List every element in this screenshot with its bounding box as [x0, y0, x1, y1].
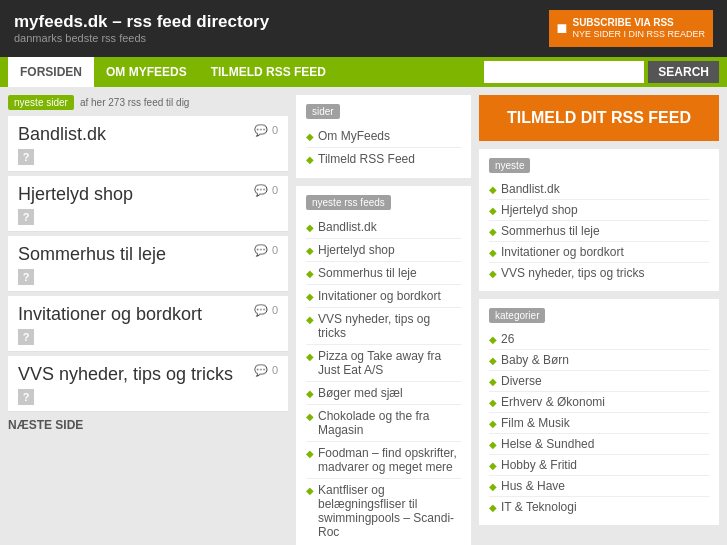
list-item[interactable]: ◆Helse & Sundhed [489, 434, 709, 455]
header: myfeeds.dk – rss feed directory danmarks… [0, 0, 727, 57]
header-left: myfeeds.dk – rss feed directory danmarks… [14, 12, 269, 44]
list-item[interactable]: ◆ Om MyFeeds [306, 125, 461, 148]
header-right: ■ SUBSCRIBE VIA RSS nye sider i din rss … [549, 10, 713, 47]
list-item[interactable]: ◆Hjertelyd shop [489, 200, 709, 221]
pages-badge: sider [306, 104, 340, 119]
left-column: nyeste sider af her 273 rss feed til dig… [8, 95, 288, 545]
diamond-icon: ◆ [489, 439, 497, 450]
list-item[interactable]: ◆Baby & Børn [489, 350, 709, 371]
pages-list: ◆ Om MyFeeds ◆ Tilmeld RSS Feed [306, 125, 461, 170]
feed-meta: 💬 0 [254, 184, 278, 197]
kategorier-section: kategorier ◆26 ◆Baby & Børn ◆Diverse ◆Er… [479, 299, 719, 525]
list-item[interactable]: ◆Hus & Have [489, 476, 709, 497]
newest-badge: nyeste sider [8, 95, 74, 110]
comment-icon: 💬 [254, 364, 268, 377]
list-item[interactable]: ◆Foodman – find opskrifter, madvarer og … [306, 442, 461, 479]
nav-search: SEARCH [484, 57, 719, 87]
list-item[interactable]: ◆Film & Musik [489, 413, 709, 434]
diamond-icon: ◆ [306, 245, 314, 256]
feed-meta: 💬 0 [254, 124, 278, 137]
list-item[interactable]: ◆Chokolade og the fra Magasin [306, 405, 461, 442]
nav-left: FORSIDEN OM MYFEEDS TILMELD RSS FEED [8, 57, 338, 87]
diamond-icon: ◆ [306, 351, 314, 362]
list-item[interactable]: ◆Pizza og Take away fra Just Eat A/S [306, 345, 461, 382]
comment-icon: 💬 [254, 304, 268, 317]
list-item[interactable]: ◆Bøger med sjæl [306, 382, 461, 405]
nav-item-forsiden[interactable]: FORSIDEN [8, 57, 94, 87]
feed-title[interactable]: Invitationer og bordkort [18, 304, 202, 325]
rss-subscribe-button[interactable]: ■ SUBSCRIBE VIA RSS nye sider i din rss … [549, 10, 713, 47]
next-page-link[interactable]: NÆSTE SIDE [8, 418, 288, 432]
subscribe-text: SUBSCRIBE VIA RSS nye sider i din rss re… [572, 16, 705, 41]
diamond-icon: ◆ [489, 376, 497, 387]
list-item[interactable]: ◆Erhverv & Økonomi [489, 392, 709, 413]
right-column: TILMELD DIT RSS FEED nyeste ◆Bandlist.dk… [479, 95, 719, 545]
feed-title[interactable]: Sommerhus til leje [18, 244, 166, 265]
newest-badge: nyeste [489, 158, 530, 173]
tag-info: af her 273 rss feed til dig [80, 97, 190, 108]
diamond-icon: ◆ [306, 131, 314, 142]
feed-meta: 💬 0 [254, 304, 278, 317]
search-button[interactable]: SEARCH [648, 61, 719, 83]
feed-icon: ? [18, 329, 34, 345]
list-item[interactable]: ◆Invitationer og bordkort [489, 242, 709, 263]
diamond-icon: ◆ [306, 268, 314, 279]
middle-column: sider ◆ Om MyFeeds ◆ Tilmeld RSS Feed ny… [296, 95, 471, 545]
feed-title[interactable]: Bandlist.dk [18, 124, 106, 145]
diamond-icon: ◆ [489, 460, 497, 471]
feed-item: VVS nyheder, tips og tricks 💬 0 ? [8, 356, 288, 412]
feed-icon: ? [18, 149, 34, 165]
newest-list: ◆Bandlist.dk ◆Hjertelyd shop ◆Sommerhus … [489, 179, 709, 283]
list-item[interactable]: ◆Hobby & Fritid [489, 455, 709, 476]
list-item[interactable]: ◆Kantfliser og belægningsfliser til swim… [306, 479, 461, 543]
feed-title[interactable]: Hjertelyd shop [18, 184, 133, 205]
feeds-badge: nyeste rss feeds [306, 195, 391, 210]
feed-meta: 💬 0 [254, 244, 278, 257]
feed-title[interactable]: VVS nyheder, tips og tricks [18, 364, 233, 385]
search-input[interactable] [484, 61, 644, 83]
diamond-icon: ◆ [489, 226, 497, 237]
diamond-icon: ◆ [489, 418, 497, 429]
left-tags: nyeste sider af her 273 rss feed til dig [8, 95, 288, 110]
kategorier-list: ◆26 ◆Baby & Børn ◆Diverse ◆Erhverv & Øko… [489, 329, 709, 517]
list-item[interactable]: ◆26 [489, 329, 709, 350]
list-item[interactable]: ◆Bandlist.dk [489, 179, 709, 200]
diamond-icon: ◆ [489, 184, 497, 195]
comment-icon: 💬 [254, 184, 268, 197]
list-item[interactable]: ◆ Tilmeld RSS Feed [306, 148, 461, 170]
diamond-icon: ◆ [306, 485, 314, 496]
list-item[interactable]: ◆Sommerhus til leje [489, 221, 709, 242]
list-item[interactable]: ◆VVS nyheder, tips og tricks [489, 263, 709, 283]
list-item[interactable]: ◆IT & Teknologi [489, 497, 709, 517]
nav-bar: FORSIDEN OM MYFEEDS TILMELD RSS FEED SEA… [0, 57, 727, 87]
diamond-icon: ◆ [306, 411, 314, 422]
feed-item: Invitationer og bordkort 💬 0 ? [8, 296, 288, 352]
diamond-icon: ◆ [489, 397, 497, 408]
diamond-icon: ◆ [489, 334, 497, 345]
site-subtitle: danmarks bedste rss feeds [14, 32, 269, 44]
list-item[interactable]: ◆VVS nyheder, tips og tricks [306, 308, 461, 345]
tilmeld-button[interactable]: TILMELD DIT RSS FEED [479, 95, 719, 141]
nav-item-tilmeld[interactable]: TILMELD RSS FEED [199, 57, 338, 87]
pages-section: sider ◆ Om MyFeeds ◆ Tilmeld RSS Feed [296, 95, 471, 178]
list-item[interactable]: ◆Invitationer og bordkort [306, 285, 461, 308]
site-title: myfeeds.dk – rss feed directory [14, 12, 269, 32]
newest-section: nyeste ◆Bandlist.dk ◆Hjertelyd shop ◆Som… [479, 149, 719, 291]
feed-item: Bandlist.dk 💬 0 ? [8, 116, 288, 172]
feeds-section: nyeste rss feeds ◆Bandlist.dk ◆Hjertelyd… [296, 186, 471, 545]
diamond-icon: ◆ [306, 388, 314, 399]
diamond-icon: ◆ [489, 205, 497, 216]
list-item[interactable]: ◆Sommerhus til leje [306, 262, 461, 285]
comment-icon: 💬 [254, 124, 268, 137]
list-item[interactable]: ◆Hjertelyd shop [306, 239, 461, 262]
diamond-icon: ◆ [306, 222, 314, 233]
diamond-icon: ◆ [489, 481, 497, 492]
diamond-icon: ◆ [489, 502, 497, 513]
nav-item-om-myfeeds[interactable]: OM MYFEEDS [94, 57, 199, 87]
feed-item: Hjertelyd shop 💬 0 ? [8, 176, 288, 232]
diamond-icon: ◆ [489, 247, 497, 258]
main-content: nyeste sider af her 273 rss feed til dig… [0, 87, 727, 545]
list-item[interactable]: ◆Bandlist.dk [306, 216, 461, 239]
kategorier-badge: kategorier [489, 308, 545, 323]
list-item[interactable]: ◆Diverse [489, 371, 709, 392]
